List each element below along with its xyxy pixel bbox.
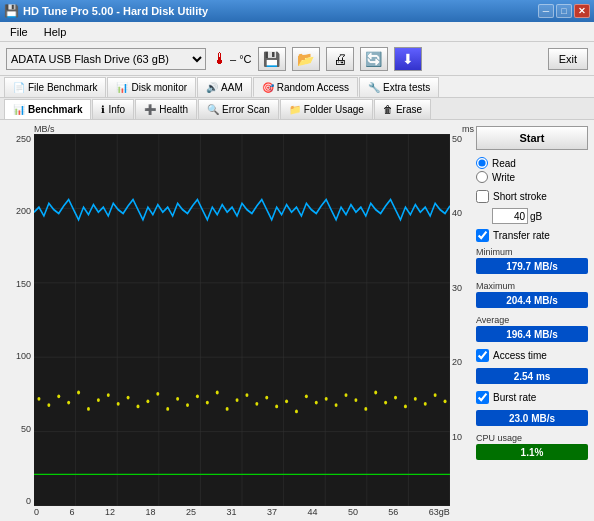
chart-top-labels: MB/s ms bbox=[4, 124, 474, 134]
chart-y-axis-left: 250 200 150 100 50 0 bbox=[4, 134, 34, 506]
close-button[interactable]: ✕ bbox=[574, 4, 590, 18]
read-radio[interactable] bbox=[476, 157, 488, 169]
svg-point-36 bbox=[236, 398, 239, 402]
title-bar-left: 💾 HD Tune Pro 5.00 - Hard Disk Utility bbox=[4, 4, 208, 18]
tab-file-benchmark[interactable]: 📄 File Benchmark bbox=[4, 77, 106, 97]
svg-point-52 bbox=[394, 396, 397, 400]
short-stroke-label: Short stroke bbox=[493, 191, 547, 202]
svg-point-48 bbox=[354, 398, 357, 402]
chart-body: 250 200 150 100 50 0 bbox=[4, 134, 474, 506]
svg-point-26 bbox=[137, 404, 140, 408]
access-time-value: 2.54 ms bbox=[476, 368, 588, 384]
short-stroke-checkbox[interactable] bbox=[476, 190, 489, 203]
tab-random-access[interactable]: 🎯 Random Access bbox=[253, 77, 358, 97]
svg-point-17 bbox=[47, 403, 50, 407]
access-time-checkbox-row: Access time bbox=[476, 349, 588, 362]
erase-icon: 🗑 bbox=[383, 104, 393, 115]
access-time-checkbox[interactable] bbox=[476, 349, 489, 362]
tab-disk-monitor[interactable]: 📊 Disk monitor bbox=[107, 77, 196, 97]
svg-point-22 bbox=[97, 398, 100, 402]
toolbar: ADATA USB Flash Drive (63 gB) 🌡 – °C 💾 📂… bbox=[0, 42, 594, 76]
minimum-stat: Minimum 179.7 MB/s bbox=[476, 247, 588, 276]
tab-benchmark[interactable]: 📊 Benchmark bbox=[4, 99, 91, 119]
chart-canvas bbox=[34, 134, 450, 506]
chart-wrapper: MB/s ms 250 200 150 100 50 0 bbox=[0, 120, 474, 521]
exit-button[interactable]: Exit bbox=[548, 48, 588, 70]
tab-erase[interactable]: 🗑 Erase bbox=[374, 99, 431, 119]
cpu-usage-label: CPU usage bbox=[476, 433, 588, 443]
minimum-label: Minimum bbox=[476, 247, 588, 257]
svg-point-51 bbox=[384, 401, 387, 405]
average-label: Average bbox=[476, 315, 588, 325]
transfer-rate-checkbox[interactable] bbox=[476, 229, 489, 242]
spinbox-input[interactable] bbox=[492, 208, 528, 224]
read-label: Read bbox=[492, 158, 516, 169]
maximize-button[interactable]: □ bbox=[556, 4, 572, 18]
svg-point-39 bbox=[265, 396, 268, 400]
tab-bar-top: 📄 File Benchmark 📊 Disk monitor 🔊 AAM 🎯 … bbox=[0, 76, 594, 98]
svg-point-57 bbox=[444, 399, 447, 403]
cpu-usage-value: 1.1% bbox=[476, 444, 588, 460]
tab-bar-bottom: 📊 Benchmark ℹ Info ➕ Health 🔍 Error Scan… bbox=[0, 98, 594, 120]
chart-y-axis-right: 50 40 30 20 10 bbox=[450, 134, 474, 506]
svg-point-35 bbox=[226, 407, 229, 411]
svg-point-29 bbox=[166, 407, 169, 411]
svg-point-54 bbox=[414, 397, 417, 401]
thermometer-icon: 🌡 bbox=[212, 50, 228, 68]
tab-info[interactable]: ℹ Info bbox=[92, 99, 134, 119]
tab-extra-tests[interactable]: 🔧 Extra tests bbox=[359, 77, 439, 97]
maximum-stat: Maximum 204.4 MB/s bbox=[476, 281, 588, 310]
maximum-value: 204.4 MB/s bbox=[476, 292, 588, 308]
svg-point-25 bbox=[127, 396, 130, 400]
svg-point-55 bbox=[424, 402, 427, 406]
error-scan-icon: 🔍 bbox=[207, 104, 219, 115]
save-button[interactable]: 💾 bbox=[258, 47, 286, 71]
benchmark-icon: 📊 bbox=[13, 104, 25, 115]
refresh-button[interactable]: 🔄 bbox=[360, 47, 388, 71]
write-radio[interactable] bbox=[476, 171, 488, 183]
svg-point-27 bbox=[146, 399, 149, 403]
disk-monitor-icon: 📊 bbox=[116, 82, 128, 93]
download-button[interactable]: ⬇ bbox=[394, 47, 422, 71]
svg-point-38 bbox=[255, 402, 258, 406]
svg-point-56 bbox=[434, 393, 437, 397]
main-content: MB/s ms 250 200 150 100 50 0 bbox=[0, 120, 594, 521]
write-radio-row: Write bbox=[476, 171, 588, 183]
app-icon: 💾 bbox=[4, 4, 19, 18]
svg-point-28 bbox=[156, 392, 159, 396]
minimum-value: 179.7 MB/s bbox=[476, 258, 588, 274]
short-stroke-checkbox-row: Short stroke bbox=[476, 190, 588, 203]
svg-point-50 bbox=[374, 391, 377, 395]
minimize-button[interactable]: ─ bbox=[538, 4, 554, 18]
tab-health[interactable]: ➕ Health bbox=[135, 99, 197, 119]
temperature-display: 🌡 – °C bbox=[212, 50, 252, 68]
average-stat: Average 196.4 MB/s bbox=[476, 315, 588, 344]
svg-point-31 bbox=[186, 403, 189, 407]
title-bar: 💾 HD Tune Pro 5.00 - Hard Disk Utility ─… bbox=[0, 0, 594, 22]
start-button[interactable]: Start bbox=[476, 126, 588, 150]
window-controls[interactable]: ─ □ ✕ bbox=[538, 4, 590, 18]
svg-point-16 bbox=[37, 397, 40, 401]
print-button[interactable]: 🖨 bbox=[326, 47, 354, 71]
open-button[interactable]: 📂 bbox=[292, 47, 320, 71]
tab-aam[interactable]: 🔊 AAM bbox=[197, 77, 252, 97]
read-write-radio-group: Read Write bbox=[476, 155, 588, 185]
write-label: Write bbox=[492, 172, 515, 183]
svg-point-19 bbox=[67, 401, 70, 405]
spinbox-unit-label: gB bbox=[530, 211, 542, 222]
tab-folder-usage[interactable]: 📁 Folder Usage bbox=[280, 99, 373, 119]
burst-rate-checkbox[interactable] bbox=[476, 391, 489, 404]
svg-point-53 bbox=[404, 404, 407, 408]
svg-point-44 bbox=[315, 401, 318, 405]
svg-point-40 bbox=[275, 404, 278, 408]
burst-rate-checkbox-row: Burst rate bbox=[476, 391, 588, 404]
menu-file[interactable]: File bbox=[6, 24, 32, 40]
transfer-rate-checkbox-row: Transfer rate bbox=[476, 229, 588, 242]
access-time-label: Access time bbox=[493, 350, 547, 361]
device-selector[interactable]: ADATA USB Flash Drive (63 gB) bbox=[6, 48, 206, 70]
random-access-icon: 🎯 bbox=[262, 82, 274, 93]
tab-error-scan[interactable]: 🔍 Error Scan bbox=[198, 99, 279, 119]
right-panel: Start Read Write Short stroke gB Transfe… bbox=[474, 120, 594, 521]
menu-help[interactable]: Help bbox=[40, 24, 71, 40]
aam-icon: 🔊 bbox=[206, 82, 218, 93]
